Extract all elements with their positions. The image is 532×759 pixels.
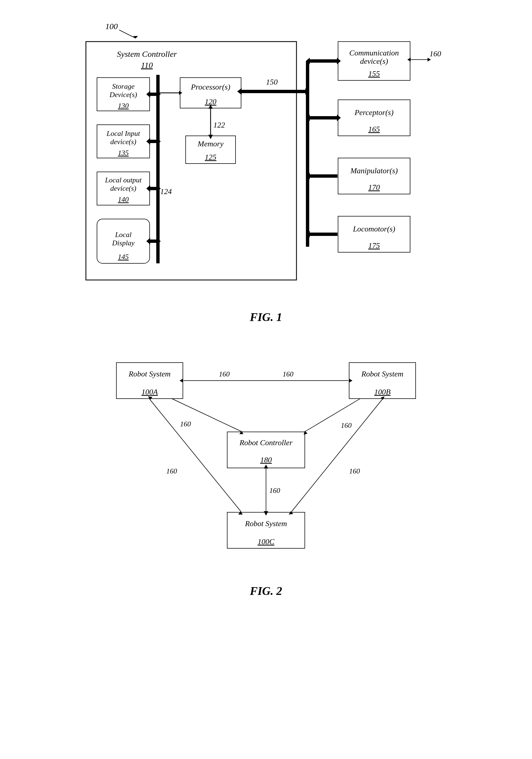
- svg-text:135: 135: [118, 149, 129, 157]
- svg-text:160: 160: [430, 49, 441, 58]
- svg-text:device(s): device(s): [110, 138, 136, 146]
- svg-text:Device(s): Device(s): [109, 91, 137, 99]
- fig1-svg: System Controller 110 Storage Device(s) …: [72, 17, 460, 294]
- svg-text:Robot System: Robot System: [361, 370, 403, 378]
- svg-text:150: 150: [266, 78, 278, 86]
- svg-text:155: 155: [368, 69, 380, 78]
- page: 100 System Controller 110 Storage Device…: [0, 0, 532, 614]
- svg-text:Perceptor(s): Perceptor(s): [354, 108, 394, 117]
- svg-text:160: 160: [219, 370, 230, 378]
- fig1-diagram: 100 System Controller 110 Storage Device…: [72, 17, 460, 300]
- svg-text:110: 110: [141, 60, 153, 69]
- svg-text:100C: 100C: [258, 537, 275, 546]
- svg-marker-35: [428, 58, 431, 61]
- svg-text:device(s): device(s): [360, 57, 388, 65]
- svg-text:Display: Display: [112, 239, 135, 247]
- svg-text:160: 160: [349, 467, 360, 475]
- svg-text:170: 170: [368, 183, 380, 191]
- svg-text:device(s): device(s): [110, 184, 136, 192]
- svg-text:System Controller: System Controller: [117, 49, 177, 59]
- svg-text:160: 160: [341, 421, 352, 429]
- svg-text:Communication: Communication: [349, 49, 399, 57]
- svg-text:160: 160: [166, 467, 177, 475]
- svg-text:125: 125: [205, 153, 216, 161]
- svg-text:Local Input: Local Input: [106, 130, 140, 138]
- svg-text:180: 180: [260, 456, 272, 464]
- svg-text:124: 124: [160, 187, 172, 196]
- svg-text:122: 122: [213, 121, 225, 129]
- svg-text:100B: 100B: [374, 387, 391, 396]
- svg-text:130: 130: [118, 102, 129, 110]
- svg-text:Locomotor(s): Locomotor(s): [353, 224, 395, 233]
- fig2-diagram: Robot System 100A Robot System 100B Robo…: [100, 346, 432, 573]
- svg-line-101: [305, 399, 360, 431]
- svg-text:Robot Controller: Robot Controller: [239, 438, 292, 447]
- svg-text:Robot System: Robot System: [128, 370, 171, 378]
- fig2-svg: Robot System 100A Robot System 100B Robo…: [100, 346, 432, 573]
- svg-text:Processor(s): Processor(s): [191, 83, 230, 91]
- fig1-label: FIG. 1: [56, 310, 476, 324]
- svg-text:Local output: Local output: [105, 176, 142, 184]
- svg-line-112: [291, 399, 382, 512]
- svg-text:Manipulator(s): Manipulator(s): [350, 166, 398, 175]
- svg-text:160: 160: [269, 487, 280, 495]
- svg-text:Memory: Memory: [197, 140, 224, 148]
- svg-text:165: 165: [368, 125, 380, 133]
- svg-text:120: 120: [205, 97, 216, 106]
- svg-text:140: 140: [118, 195, 129, 204]
- svg-text:160: 160: [180, 420, 191, 428]
- svg-text:Robot System: Robot System: [245, 519, 287, 528]
- fig2-label: FIG. 2: [56, 584, 476, 598]
- svg-text:100A: 100A: [141, 387, 158, 396]
- svg-text:Local: Local: [115, 231, 131, 239]
- svg-text:175: 175: [368, 241, 380, 250]
- svg-text:145: 145: [118, 253, 129, 261]
- svg-text:160: 160: [283, 370, 293, 378]
- svg-text:Storage: Storage: [112, 82, 135, 90]
